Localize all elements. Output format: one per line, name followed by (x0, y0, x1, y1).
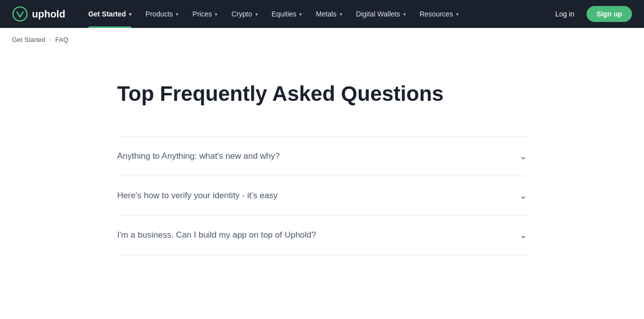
breadcrumb-separator: › (49, 36, 51, 43)
nav-items: Get Started ▾ Products ▾ Prices ▾ Crypto… (81, 0, 550, 28)
faq-question: Anything to Anything: what's new and why… (117, 151, 520, 161)
breadcrumb: Get Started › FAQ (0, 28, 644, 51)
chevron-down-icon: ▾ (340, 11, 342, 17)
navigation: uphold Get Started ▾ Products ▾ Prices ▾… (0, 0, 644, 28)
logo[interactable]: uphold (12, 6, 65, 22)
faq-list: Anything to Anything: what's new and why… (117, 136, 527, 255)
breadcrumb-parent-link[interactable]: Get Started (12, 36, 45, 43)
chevron-down-icon: ▾ (456, 11, 459, 17)
signup-button[interactable]: Sign up (587, 6, 632, 22)
chevron-down-icon: ▾ (215, 11, 217, 17)
nav-item-crypto[interactable]: Crypto ▾ (224, 0, 264, 28)
chevron-down-icon: ⌄ (520, 190, 527, 201)
faq-item[interactable]: I'm a business. Can I build my app on to… (117, 215, 527, 255)
breadcrumb-current: FAQ (55, 36, 68, 43)
logo-icon (12, 6, 28, 22)
nav-item-digital-wallets[interactable]: Digital Wallets ▾ (349, 0, 413, 28)
nav-item-equities[interactable]: Equities ▾ (265, 0, 309, 28)
nav-item-get-started[interactable]: Get Started ▾ (81, 0, 138, 28)
chevron-down-icon: ⌄ (520, 151, 527, 162)
chevron-down-icon: ⌄ (520, 230, 527, 241)
nav-item-products[interactable]: Products ▾ (138, 0, 185, 28)
chevron-down-icon: ▾ (255, 11, 258, 17)
chevron-down-icon: ▾ (176, 11, 178, 17)
faq-question: Here's how to verify your identity - it'… (117, 191, 520, 201)
chevron-down-icon: ▾ (403, 11, 406, 17)
svg-point-0 (13, 7, 27, 21)
nav-item-resources[interactable]: Resources ▾ (413, 0, 466, 28)
faq-question: I'm a business. Can I build my app on to… (117, 230, 520, 240)
logo-text: uphold (32, 8, 65, 20)
nav-actions: Log in Sign up (550, 6, 632, 22)
nav-item-metals[interactable]: Metals ▾ (309, 0, 349, 28)
chevron-down-icon: ▾ (129, 11, 131, 17)
nav-item-prices[interactable]: Prices ▾ (185, 0, 224, 28)
login-button[interactable]: Log in (550, 7, 581, 21)
page-title: Top Frequently Asked Questions (117, 81, 527, 106)
chevron-down-icon: ▾ (299, 11, 302, 17)
faq-item[interactable]: Here's how to verify your identity - it'… (117, 176, 527, 215)
main-content: Top Frequently Asked Questions Anything … (97, 51, 547, 275)
faq-item[interactable]: Anything to Anything: what's new and why… (117, 136, 527, 176)
